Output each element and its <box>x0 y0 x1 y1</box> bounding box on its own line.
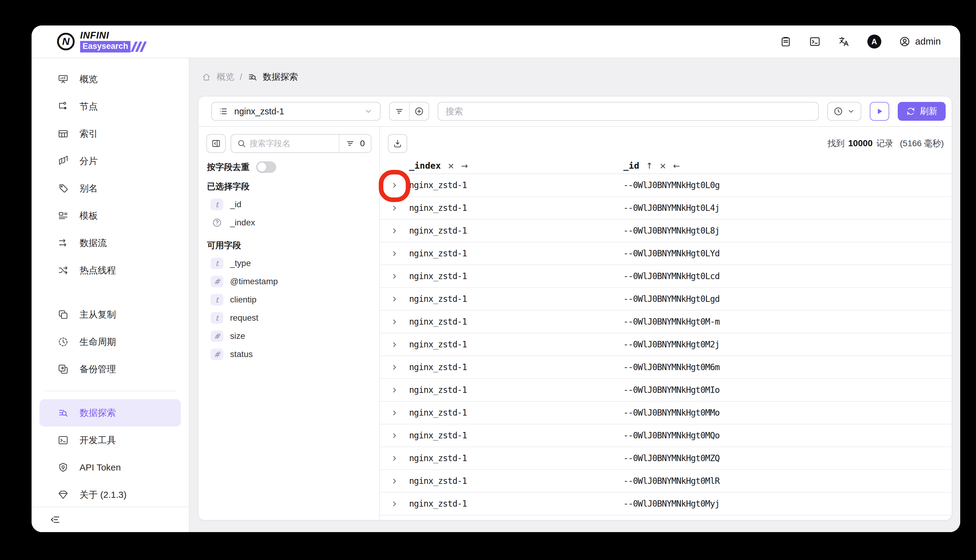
search-icon <box>237 138 247 148</box>
main-content: 概览 / 数据探索 nginx_zstd-1 <box>189 58 960 532</box>
download-button[interactable] <box>388 134 407 153</box>
sidebar-item-data-explore[interactable]: 数据探索 <box>40 399 181 427</box>
cell-index: nginx_zstd-1 <box>409 248 623 258</box>
move-column-right-icon[interactable]: → <box>461 161 468 170</box>
sidebar-item-label: 开发工具 <box>80 434 116 447</box>
collapse-sidebar-icon[interactable] <box>50 514 61 525</box>
sidebar-item-overview[interactable]: 概览 <box>40 65 181 93</box>
clipboard-icon[interactable] <box>780 36 791 47</box>
number-type-icon: # <box>210 348 224 360</box>
field-item-request[interactable]: trequest <box>206 309 372 327</box>
sidebar-item-replication[interactable]: 主从复制 <box>40 301 181 328</box>
field-item-size[interactable]: #size <box>206 327 372 345</box>
move-column-left-icon[interactable]: ← <box>673 161 680 170</box>
collapse-fields-panel-button[interactable] <box>206 134 226 153</box>
datastream-icon <box>58 238 68 248</box>
cell-id: --0WlJ0BNYMNkHgt0M-m <box>623 317 952 327</box>
home-icon[interactable] <box>202 72 211 82</box>
sidebar-item-label: API Token <box>80 462 121 473</box>
filter-button-group <box>389 102 429 121</box>
remove-column-icon[interactable]: × <box>448 161 455 170</box>
refresh-button[interactable]: 刷新 <box>898 102 946 121</box>
app-logo: N INFINI Easysearch <box>57 31 145 52</box>
expand-row-icon[interactable] <box>380 386 409 394</box>
expand-row-icon[interactable] <box>380 432 409 440</box>
run-query-button[interactable] <box>870 102 889 121</box>
expand-row-icon[interactable] <box>380 500 409 508</box>
expand-row-icon[interactable] <box>380 295 409 303</box>
expand-row-icon[interactable] <box>380 341 409 348</box>
sidebar-item-label: 索引 <box>80 128 98 140</box>
field-item-@timestamp[interactable]: #@timestamp <box>206 272 372 291</box>
user-avatar-icon <box>899 36 911 47</box>
cell-id: --0WlJ0BNYMNkHgt0L8j <box>623 226 952 236</box>
query-search-input[interactable] <box>445 107 811 117</box>
sidebar-item-indices[interactable]: 索引 <box>40 120 181 147</box>
sidebar-item-lifecycle[interactable]: 生命周期 <box>40 328 181 355</box>
expand-row-icon[interactable] <box>380 409 409 417</box>
cell-id: --0WlJ0BNYMNkHgt0MIo <box>623 385 952 395</box>
field-item-_id[interactable]: t_id <box>206 195 372 213</box>
sidebar-item-label: 概览 <box>80 73 98 85</box>
cell-id: --0WlJ0BNYMNkHgt0L0g <box>623 180 952 190</box>
cell-index: nginx_zstd-1 <box>409 362 623 372</box>
sidebar-item-datastream[interactable]: 数据流 <box>40 229 181 257</box>
sidebar: 概览节点索引分片别名模板数据流热点线程主从复制生命周期备份管理数据探索开发工具A… <box>32 58 189 532</box>
table-row: nginx_zstd-1--0WlJ0BNYMNkHgt0L8j <box>380 220 952 242</box>
sidebar-item-nodes[interactable]: 节点 <box>40 93 181 120</box>
field-filter-button[interactable]: 0 <box>339 135 371 152</box>
table-row: nginx_zstd-1--0WlJ0BNYMNkHgt0Lcd <box>380 265 952 288</box>
theme-badge-icon[interactable]: A <box>868 35 881 48</box>
expand-row-icon[interactable] <box>380 455 409 462</box>
user-menu[interactable]: admin <box>899 36 941 47</box>
add-filter-button[interactable] <box>409 103 429 120</box>
query-search-box <box>438 102 819 121</box>
filter-button[interactable] <box>390 103 409 120</box>
cell-index: nginx_zstd-1 <box>409 476 623 486</box>
sidebar-item-api-token[interactable]: API Token <box>40 454 181 481</box>
sidebar-item-templates[interactable]: 模板 <box>40 202 181 229</box>
sort-asc-icon[interactable]: ↑ <box>646 161 653 170</box>
play-icon <box>875 107 884 116</box>
sidebar-item-label: 数据探索 <box>80 407 116 419</box>
remove-column-icon[interactable]: × <box>659 161 666 170</box>
sidebar-item-label: 别名 <box>80 182 98 195</box>
field-item-status[interactable]: #status <box>206 345 372 363</box>
expand-row-icon[interactable] <box>380 318 409 326</box>
field-search-input[interactable] <box>247 139 339 148</box>
sidebar-item-hot-threads[interactable]: 热点线程 <box>40 257 181 284</box>
expand-row-icon[interactable] <box>380 363 409 371</box>
cell-id: --0WlJ0BNYMNkHgt0M2j <box>623 340 952 350</box>
expand-row-icon[interactable] <box>380 250 409 258</box>
console-icon[interactable] <box>809 36 821 47</box>
table-row: nginx_zstd-1--0WlJ0BNYMNkHgt0M2j <box>380 333 952 356</box>
field-item-_type[interactable]: t_type <box>206 254 372 272</box>
sidebar-item-shards[interactable]: 分片 <box>40 147 181 175</box>
expand-row-icon[interactable] <box>380 477 409 485</box>
index-selector[interactable]: nginx_zstd-1 <box>211 102 380 121</box>
sidebar-item-backup[interactable]: 备份管理 <box>40 355 181 383</box>
panel-collapse-icon <box>211 138 221 148</box>
sidebar-item-about[interactable]: 关于 (2.1.3) <box>40 481 181 507</box>
breadcrumb-parent[interactable]: 概览 <box>217 71 234 83</box>
sidebar-item-alias[interactable]: 别名 <box>40 175 181 202</box>
expand-row-icon[interactable] <box>380 227 409 235</box>
available-fields-list: t_type#@timestamptclientiptrequest#size#… <box>206 254 372 363</box>
table-row: nginx_zstd-1--0WlJ0BNYMNkHgt0M-m <box>380 311 952 333</box>
cell-index: nginx_zstd-1 <box>409 226 623 236</box>
time-range-button[interactable] <box>827 102 861 121</box>
overview-icon <box>58 74 68 85</box>
field-item-_index[interactable]: _index <box>206 213 372 232</box>
sidebar-item-dev-tools[interactable]: 开发工具 <box>40 427 181 454</box>
expand-row-icon[interactable] <box>380 204 409 212</box>
expand-row-icon[interactable] <box>380 182 409 189</box>
cell-index: nginx_zstd-1 <box>409 430 623 440</box>
expand-row-icon[interactable] <box>380 272 409 280</box>
fields-panel: 0 按字段去重 已选择字段 t_id_index 可用字段 t_type#@ti… <box>199 127 380 520</box>
selected-fields-list: t_id_index <box>206 195 372 232</box>
dedupe-toggle[interactable] <box>256 162 276 173</box>
language-icon[interactable] <box>838 36 850 47</box>
field-item-clientip[interactable]: tclientip <box>206 291 372 309</box>
chevron-down-icon <box>364 107 373 116</box>
table-row: nginx_zstd-1--0WlJ0BNYMNkHgt0M6m <box>380 356 952 379</box>
